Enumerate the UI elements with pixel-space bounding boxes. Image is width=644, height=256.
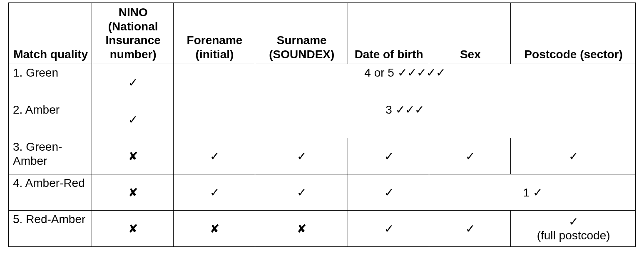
table-row: 1. Green ✓ 4 or 5 ✓✓✓✓✓ — [9, 64, 636, 101]
table-body: 1. Green ✓ 4 or 5 ✓✓✓✓✓ 2. Amber ✓ 3 ✓✓✓… — [9, 64, 636, 247]
cell-group-amber: 3 ✓✓✓ — [174, 101, 636, 138]
table-row: 2. Amber ✓ 3 ✓✓✓ — [9, 101, 636, 138]
header-dob: Date of birth — [348, 3, 429, 64]
cell-sex-red-amber: ✓ — [429, 211, 511, 247]
cell-label-red-amber: 5. Red-Amber — [9, 211, 92, 247]
table-row: 5. Red-Amber ✘ ✘ ✘ ✓ ✓ ✓ (full postcode) — [9, 211, 636, 247]
cell-group-amber-red: 1 ✓ — [429, 174, 636, 211]
header-nino: NINO (National Insurance number) — [92, 3, 174, 64]
cell-nino-green-amber: ✘ — [92, 138, 174, 174]
cell-dob-red-amber: ✓ — [348, 211, 429, 247]
cell-label-amber-red: 4. Amber-Red — [9, 174, 92, 211]
cell-nino-green: ✓ — [92, 64, 174, 101]
header-sex: Sex — [429, 3, 511, 64]
cell-label-amber: 2. Amber — [9, 101, 92, 138]
cell-nino-amber-red: ✘ — [92, 174, 174, 211]
cell-surname-green-amber: ✓ — [255, 138, 348, 174]
cell-dob-amber-red: ✓ — [348, 174, 429, 211]
cell-postcode-red-amber-note: (full postcode) — [515, 229, 632, 243]
cell-surname-red-amber: ✘ — [255, 211, 348, 247]
cell-postcode-red-amber-check: ✓ — [569, 215, 578, 228]
cell-postcode-green-amber: ✓ — [511, 138, 636, 174]
table-row: 3. Green-Amber ✘ ✓ ✓ ✓ ✓ ✓ — [9, 138, 636, 174]
cell-surname-amber-red: ✓ — [255, 174, 348, 211]
header-postcode: Postcode (sector) — [511, 3, 636, 64]
cell-label-green: 1. Green — [9, 64, 92, 101]
cell-forename-red-amber: ✘ — [174, 211, 255, 247]
cell-label-green-amber: 3. Green-Amber — [9, 138, 92, 174]
header-forename: Forename (initial) — [174, 3, 255, 64]
header-surname: Surname (SOUNDEX) — [255, 3, 348, 64]
cell-dob-green-amber: ✓ — [348, 138, 429, 174]
table-row: 4. Amber-Red ✘ ✓ ✓ ✓ 1 ✓ — [9, 174, 636, 211]
cell-forename-amber-red: ✓ — [174, 174, 255, 211]
cell-sex-green-amber: ✓ — [429, 138, 511, 174]
cell-nino-red-amber: ✘ — [92, 211, 174, 247]
page-root: Match quality NINO (National Insurance n… — [0, 0, 644, 251]
table-header: Match quality NINO (National Insurance n… — [9, 3, 636, 64]
cell-group-green: 4 or 5 ✓✓✓✓✓ — [174, 64, 636, 101]
cell-nino-amber: ✓ — [92, 101, 174, 138]
cell-forename-green-amber: ✓ — [174, 138, 255, 174]
cell-postcode-red-amber: ✓ (full postcode) — [511, 211, 636, 247]
match-quality-table: Match quality NINO (National Insurance n… — [8, 2, 636, 247]
header-match-quality: Match quality — [9, 3, 92, 64]
